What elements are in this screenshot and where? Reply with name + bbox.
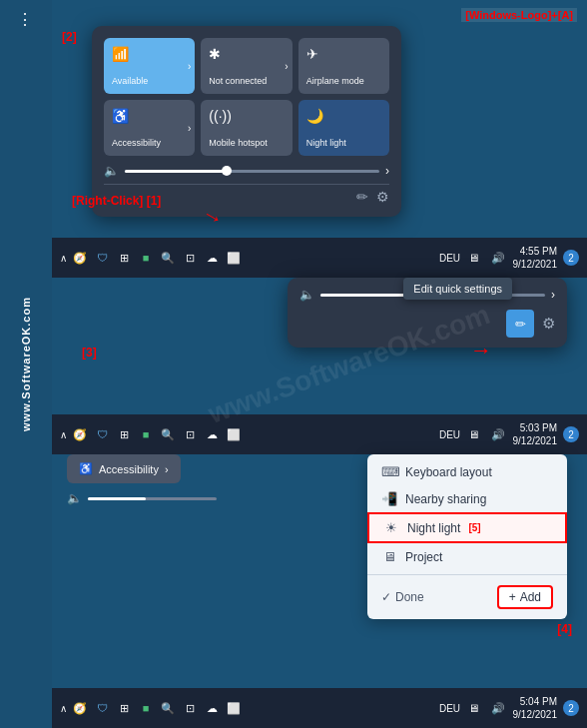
edit-pencil-button[interactable]: ✏ — [506, 310, 534, 338]
ctx-item-nearby[interactable]: 📲 Nearby sharing — [367, 485, 567, 512]
section2: 🔈 › Edit quick settings ✏ ⚙ [3] → — [62, 278, 577, 407]
shield-icon-2: 🛡 — [93, 425, 111, 443]
step-label-3: [3] — [82, 346, 97, 360]
lang-label-1: DEU — [441, 249, 459, 267]
notification-badge-3[interactable]: 2 — [563, 700, 579, 716]
taskbar-3[interactable]: ∧ 🧭 🛡 ⊞ ■ 🔍 ⊡ ☁ ⬜ DEU 🖥 🔊 5:04 PM 9/12/2… — [52, 688, 587, 728]
edit-quick-settings-tooltip: Edit quick settings — [403, 278, 512, 300]
project-icon: 🖥 — [381, 549, 397, 564]
grid-icon-3: ⊞ — [115, 699, 133, 717]
taskbar-right-2: DEU 🖥 🔊 5:03 PM 9/12/2021 2 — [441, 421, 580, 447]
browser-icon-3: ⬜ — [225, 699, 243, 717]
expand-icon[interactable]: › — [385, 164, 389, 178]
pencil-icon[interactable]: ✏ — [356, 189, 368, 205]
browser-icon-2: ⬜ — [225, 425, 243, 443]
shield-icon: 🛡 — [93, 249, 111, 267]
qs-tile-wifi[interactable]: 📶 › Available — [104, 38, 195, 94]
ctx-label-keyboard: Keyboard layout — [405, 465, 492, 479]
volume-icon-tray-2[interactable]: 🔊 — [489, 425, 507, 443]
search-icon[interactable]: 🔍 — [159, 249, 177, 267]
quick-settings-panel-1: 📶 › Available ✱ › Not connected ✈ Airpla… — [92, 26, 401, 217]
tray-expand-icon-3[interactable]: ∧ — [60, 703, 67, 714]
task-icon-2: ⊡ — [181, 425, 199, 443]
sidebar: ⋮ www.SoftwareOK.com — [0, 0, 52, 728]
volume-icon-3: 🔈 — [67, 491, 82, 505]
windows-shortcut-label: [Windows-Logo]+[A] — [461, 8, 577, 22]
ctx-label-nightlight: Night light — [407, 521, 460, 535]
hotspot-icon: ((·)) — [209, 108, 232, 124]
arrow-to-pencil: → — [470, 340, 492, 362]
bluetooth-icon: ✱ — [209, 46, 221, 62]
task-icon: ⊡ — [181, 249, 199, 267]
nightlight-label: Night light — [306, 138, 346, 148]
notification-badge-1[interactable]: 2 — [563, 250, 579, 266]
context-menu: ⌨ Keyboard layout 📲 Nearby sharing ☀ Nig… — [367, 454, 567, 619]
qs-tile-airplane[interactable]: ✈ Airplane mode — [298, 38, 389, 94]
notification-badge-2[interactable]: 2 — [563, 426, 579, 442]
cloud-icon: ☁ — [203, 249, 221, 267]
volume-fill — [125, 170, 227, 173]
task-icon-3: ⊡ — [181, 699, 199, 717]
tile-arrow: › — [188, 123, 191, 134]
qs-tile-grid: 📶 › Available ✱ › Not connected ✈ Airpla… — [104, 38, 389, 156]
sidebar-dots: ⋮ — [17, 10, 35, 29]
wifi-icon: 📶 — [112, 46, 129, 62]
qs-tile-hotspot[interactable]: ((·)) Mobile hotspot — [201, 100, 292, 156]
tray-expand-icon-2[interactable]: ∧ — [60, 429, 67, 440]
volume-row-3: 🔈 — [67, 491, 217, 505]
search-icon-3[interactable]: 🔍 — [159, 699, 177, 717]
ctx-item-keyboard[interactable]: ⌨ Keyboard layout — [367, 458, 567, 485]
volume-slider[interactable] — [125, 170, 379, 173]
ctx-bottom: ✓ Done + Add — [367, 579, 567, 615]
accessibility-tile-2[interactable]: ♿ Accessibility › — [67, 454, 181, 483]
nav-icon-2: 🧭 — [71, 425, 89, 443]
nightlight-ctx-icon: ☀ — [383, 520, 399, 535]
ctx-item-project[interactable]: 🖥 Project — [367, 543, 567, 570]
chevron-right-icon[interactable]: › — [551, 288, 555, 302]
accessibility-icon-2: ♿ — [79, 462, 93, 475]
volume-thumb — [222, 166, 232, 176]
tray-expand-icon[interactable]: ∧ — [60, 253, 67, 264]
ctx-item-nightlight[interactable]: ☀ Night light [5] — [367, 512, 567, 543]
bluetooth-label: Not connected — [209, 76, 267, 86]
airplane-label: Airplane mode — [306, 76, 364, 86]
section1: [Windows-Logo]+[A] [2] 📶 › Available ✱ ›… — [62, 8, 577, 238]
step-label-2: [2] — [62, 30, 77, 44]
taskbar-2[interactable]: ∧ 🧭 🛡 ⊞ ■ 🔍 ⊡ ☁ ⬜ DEU 🖥 🔊 5:03 PM 9/12/2… — [52, 414, 587, 454]
monitor-icon-3: ■ — [137, 699, 155, 717]
search-icon-2[interactable]: 🔍 — [159, 425, 177, 443]
volume-icon-2: 🔈 — [299, 288, 314, 302]
ctx-add-button[interactable]: + Add — [497, 585, 553, 609]
display-icon-3: 🖥 — [465, 699, 483, 717]
add-icon: + — [509, 590, 516, 604]
volume-icon-tray[interactable]: 🔊 — [489, 249, 507, 267]
left-panel-3: ♿ Accessibility › 🔈 — [67, 454, 217, 505]
keyboard-icon: ⌨ — [381, 464, 397, 479]
slider-fill-3 — [88, 497, 146, 500]
volume-icon: 🔈 — [104, 164, 119, 178]
accessibility-label: Accessibility — [112, 138, 161, 148]
monitor-icon-2: ■ — [137, 425, 155, 443]
volume-icon-tray-3[interactable]: 🔊 — [489, 699, 507, 717]
done-check-icon: ✓ — [381, 590, 391, 604]
monitor-icon: ■ — [137, 249, 155, 267]
slider-3[interactable] — [88, 497, 217, 500]
nav-icon-3: 🧭 — [71, 699, 89, 717]
qs-tile-bluetooth[interactable]: ✱ › Not connected — [201, 38, 292, 94]
qs-tile-accessibility[interactable]: ♿ › Accessibility — [104, 100, 195, 156]
ctx-divider — [367, 574, 567, 575]
nav-icon: 🧭 — [71, 249, 89, 267]
qs-tile-nightlight[interactable]: 🌙 Night light — [298, 100, 389, 156]
nightlight-icon: 🌙 — [306, 108, 323, 124]
nearby-icon: 📲 — [381, 491, 397, 506]
volume-slider-row: 🔈 › — [104, 164, 389, 178]
taskbar-1[interactable]: ∧ 🧭 🛡 ⊞ ■ 🔍 ⊡ ☁ ⬜ DEU 🖥 🔊 4:55 PM 9/12/2… — [52, 238, 587, 278]
hotspot-label: Mobile hotspot — [209, 138, 268, 148]
browser-icon: ⬜ — [225, 249, 243, 267]
taskbar-time-1: 4:55 PM 9/12/2021 — [513, 245, 558, 271]
tile-arrow: › — [188, 61, 191, 72]
gear-button-2[interactable]: ⚙ — [542, 315, 555, 333]
ctx-done: ✓ Done — [381, 590, 424, 604]
gear-icon[interactable]: ⚙ — [376, 189, 389, 205]
taskbar-time-3: 5:04 PM 9/12/2021 — [513, 695, 558, 721]
